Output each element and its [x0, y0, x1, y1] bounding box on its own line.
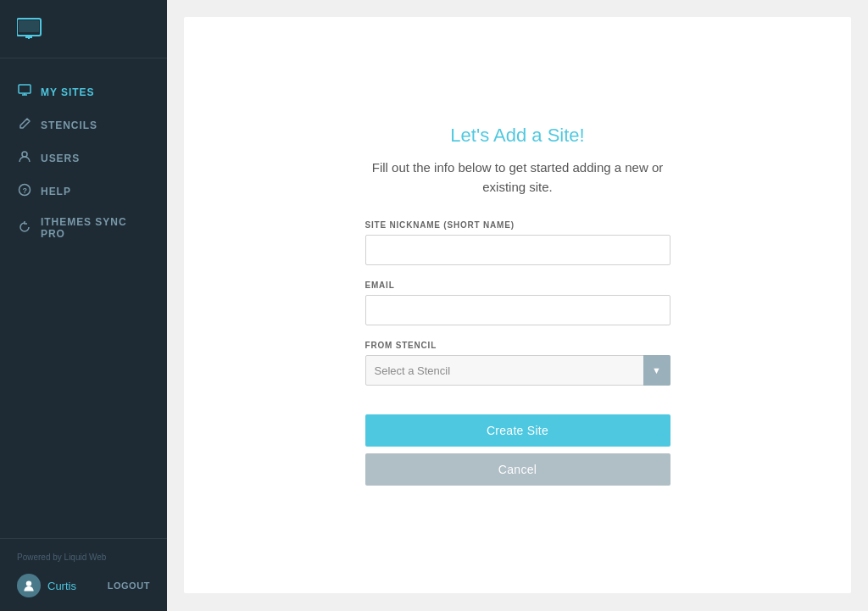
svg-text:?: ? [23, 186, 28, 195]
person-icon [17, 150, 32, 166]
sidebar-item-stencils[interactable]: STENCILS [0, 108, 167, 142]
question-icon: ? [17, 183, 32, 199]
form-subtitle: Fill out the info below to get started a… [365, 158, 670, 197]
sidebar-item-label: STENCILS [41, 119, 97, 131]
sidebar-item-label: ITHEMES SYNC PRO [41, 216, 150, 240]
powered-by-text: Powered by Liquid Web [17, 553, 150, 562]
svg-point-10 [26, 580, 31, 586]
sidebar-item-help[interactable]: ? HELP [0, 175, 167, 208]
sidebar-footer: Powered by Liquid Web Curtis LOGOUT [0, 538, 167, 611]
form-fields: SITE NICKNAME (SHORT NAME) EMAIL FROM ST… [365, 220, 670, 486]
sidebar-item-users[interactable]: USERS [0, 142, 167, 175]
nickname-label: SITE NICKNAME (SHORT NAME) [365, 220, 670, 230]
email-input[interactable] [365, 295, 670, 325]
avatar [17, 574, 41, 597]
nickname-field-group: SITE NICKNAME (SHORT NAME) [365, 220, 670, 265]
user-info: Curtis [17, 574, 76, 597]
sidebar-item-label: MY SITES [41, 86, 94, 98]
form-title: Let's Add a Site! [450, 125, 584, 147]
add-site-form: Let's Add a Site! Fill out the info belo… [365, 125, 670, 486]
cancel-button[interactable]: Cancel [365, 453, 670, 486]
svg-rect-4 [19, 85, 31, 93]
site-nickname-input[interactable] [365, 235, 670, 265]
sync-icon [17, 220, 32, 236]
user-name: Curtis [47, 580, 76, 592]
create-site-button[interactable]: Create Site [365, 414, 670, 447]
main-content: Let's Add a Site! Fill out the info belo… [167, 0, 868, 611]
sidebar-item-ithemes-sync-pro[interactable]: ITHEMES SYNC PRO [0, 208, 167, 248]
stencil-select-wrapper: Select a Stencil ▼ [365, 355, 670, 386]
stencil-field-group: FROM STENCIL Select a Stencil ▼ [365, 341, 670, 386]
sidebar: MY SITES STENCILS USERS ? HELP ITHEMES S… [0, 0, 167, 611]
monitor-icon [17, 84, 32, 100]
sidebar-logo [0, 0, 167, 58]
email-label: EMAIL [365, 281, 670, 290]
stencil-label: FROM STENCIL [365, 341, 670, 350]
sidebar-item-label: HELP [41, 186, 71, 197]
svg-point-7 [22, 152, 27, 157]
stencil-select[interactable]: Select a Stencil [365, 355, 670, 386]
email-field-group: EMAIL [365, 281, 670, 325]
sidebar-item-my-sites[interactable]: MY SITES [0, 75, 167, 108]
logout-button[interactable]: LOGOUT [108, 580, 150, 591]
user-row: Curtis LOGOUT [17, 574, 150, 597]
sidebar-nav: MY SITES STENCILS USERS ? HELP ITHEMES S… [0, 67, 167, 538]
sidebar-item-label: USERS [41, 153, 80, 164]
pencil-icon [17, 117, 32, 133]
svg-rect-1 [19, 20, 39, 32]
content-card: Let's Add a Site! Fill out the info belo… [184, 17, 851, 593]
